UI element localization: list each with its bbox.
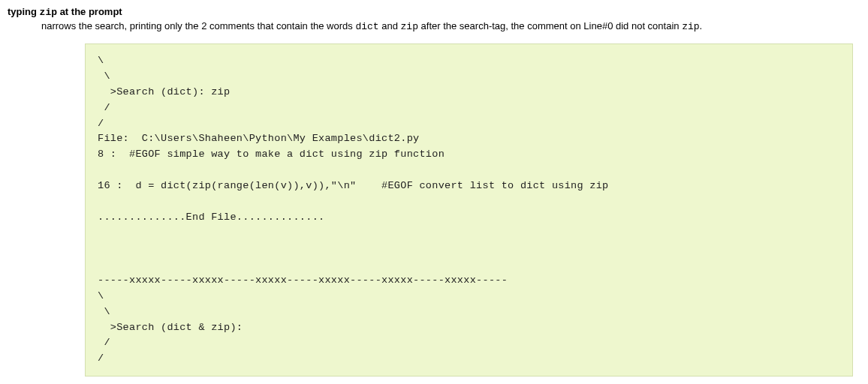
description-paragraph: narrows the search, printing only the 2 … (41, 20, 860, 34)
desc-text-2: and (379, 20, 401, 32)
desc-code-zip: zip (401, 21, 418, 32)
desc-text-3: after the search-tag, the comment on Lin… (418, 20, 682, 32)
desc-text-4: . (700, 20, 703, 32)
code-block: \ \ >Search (dict): zip / / File: C:\Use… (85, 44, 853, 376)
section-heading: typing zip at the prompt (8, 6, 860, 18)
desc-code-zip2: zip (682, 21, 699, 32)
desc-text-1: narrows the search, printing only the 2 … (41, 20, 355, 32)
heading-post: at the prompt (57, 6, 122, 17)
heading-pre: typing (8, 6, 40, 17)
heading-code: zip (40, 7, 57, 18)
desc-code-dict: dict (355, 21, 378, 32)
